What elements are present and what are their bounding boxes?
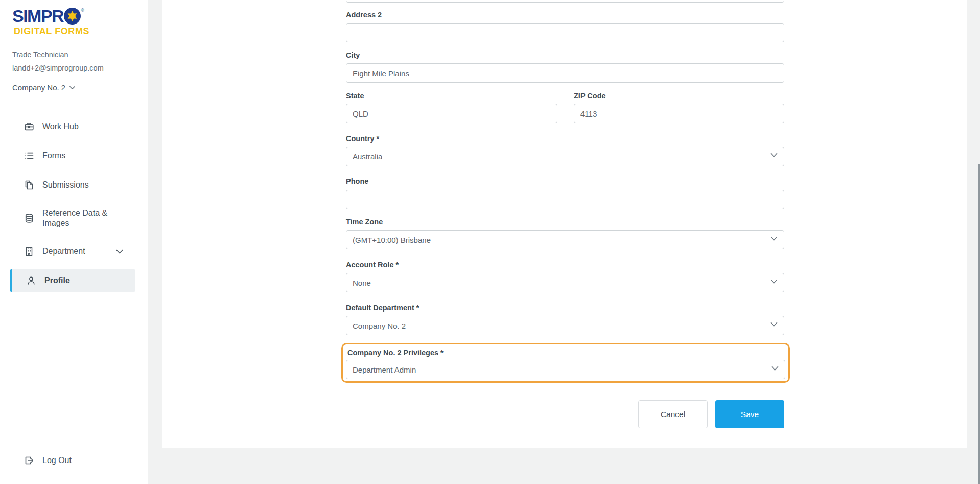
timezone-select[interactable]: (GMT+10:00) Brisbane (346, 230, 784, 249)
city-input[interactable] (346, 63, 784, 83)
privileges-field-highlighted: Company No. 2 Privileges * Department Ad… (341, 343, 790, 383)
privileges-label: Company No. 2 Privileges * (347, 349, 444, 357)
sidebar-item-label: Work Hub (42, 122, 79, 132)
zip-field: ZIP Code (574, 91, 784, 123)
log-out-button[interactable]: Log Out (10, 450, 135, 471)
account-role-field: Account Role * None (346, 261, 784, 292)
state-label: State (346, 91, 557, 100)
list-icon (24, 151, 34, 161)
state-zip-row: State ZIP Code (346, 91, 784, 123)
log-out-label: Log Out (42, 456, 72, 465)
company-selector-label: Company No. 2 (12, 83, 65, 92)
address2-field: Address 2 (346, 11, 784, 42)
sidebar-item-label: Submissions (42, 180, 89, 190)
sidebar-item-work-hub[interactable]: Work Hub (10, 116, 135, 138)
sidebar-item-forms[interactable]: Forms (10, 145, 135, 167)
chevron-down-icon (116, 249, 123, 254)
app-logo: SIMPR ® DIGITAL FORMS (12, 7, 89, 37)
country-select[interactable]: Australia (346, 147, 784, 166)
country-label: Country * (346, 134, 784, 143)
save-button[interactable]: Save (715, 400, 784, 428)
sidebar-nav: Work Hub Forms Submission (0, 116, 148, 298)
user-email: landd+2@simprogroup.com (12, 64, 104, 72)
database-icon (24, 213, 34, 223)
logo-star-icon (64, 8, 81, 25)
sidebar: SIMPR ® DIGITAL FORMS Trade Technician l… (0, 0, 148, 484)
zip-input[interactable] (574, 104, 784, 123)
phone-input[interactable] (346, 190, 784, 209)
sidebar-item-submissions[interactable]: Submissions (10, 174, 135, 196)
phone-label: Phone (346, 177, 784, 186)
form-actions: Cancel Save (346, 400, 784, 428)
state-input[interactable] (346, 104, 557, 123)
sidebar-item-label: Reference Data & Images (42, 208, 111, 228)
profile-form-card: Address 2 City State ZIP Code Country * … (162, 0, 967, 448)
default-department-label: Default Department * (346, 304, 784, 312)
chevron-down-icon (771, 366, 779, 371)
person-icon (26, 275, 36, 286)
address1-input-partial[interactable] (346, 0, 784, 3)
company-selector[interactable]: Company No. 2 (12, 83, 75, 92)
phone-field: Phone (346, 177, 784, 209)
account-role-select-value: None (353, 279, 371, 287)
zip-label: ZIP Code (574, 91, 784, 100)
sidebar-item-reference-data[interactable]: Reference Data & Images (10, 203, 135, 234)
log-out-icon (24, 455, 34, 466)
default-department-field: Default Department * Company No. 2 (346, 304, 784, 335)
chevron-down-icon (770, 236, 778, 241)
sidebar-divider (14, 441, 135, 441)
address2-input[interactable] (346, 23, 784, 42)
logo-subtitle: DIGITAL FORMS (14, 26, 89, 37)
chevron-down-icon (69, 86, 75, 90)
chevron-down-icon (770, 322, 778, 327)
chevron-down-icon (770, 153, 778, 158)
sidebar-divider (0, 105, 148, 105)
city-field: City (346, 51, 784, 83)
briefcase-icon (24, 122, 34, 132)
privileges-select-value: Department Admin (353, 365, 416, 374)
timezone-select-value: (GMT+10:00) Brisbane (353, 236, 431, 244)
user-role: Trade Technician (12, 51, 68, 59)
sidebar-item-profile[interactable]: Profile (10, 269, 135, 292)
sidebar-item-department[interactable]: Department (10, 240, 135, 263)
copy-pages-icon (24, 180, 34, 190)
country-field: Country * Australia (346, 134, 784, 166)
default-department-select[interactable]: Company No. 2 (346, 316, 784, 335)
timezone-label: Time Zone (346, 218, 784, 226)
building-icon (24, 246, 34, 257)
address2-label: Address 2 (346, 11, 784, 19)
default-department-select-value: Company No. 2 (353, 321, 406, 330)
registered-mark: ® (81, 8, 84, 13)
account-role-select[interactable]: None (346, 273, 784, 292)
timezone-field: Time Zone (GMT+10:00) Brisbane (346, 218, 784, 249)
logo-wordmark: SIMPR (12, 7, 63, 25)
country-select-value: Australia (353, 152, 382, 161)
chevron-down-icon (770, 279, 778, 284)
sidebar-item-label: Department (42, 246, 85, 257)
cancel-button[interactable]: Cancel (638, 400, 708, 428)
sidebar-item-label: Profile (44, 275, 70, 286)
account-role-label: Account Role * (346, 261, 784, 269)
privileges-select[interactable]: Department Admin (346, 360, 785, 379)
state-field: State (346, 91, 557, 123)
city-label: City (346, 51, 784, 59)
sidebar-item-label: Forms (42, 151, 65, 161)
